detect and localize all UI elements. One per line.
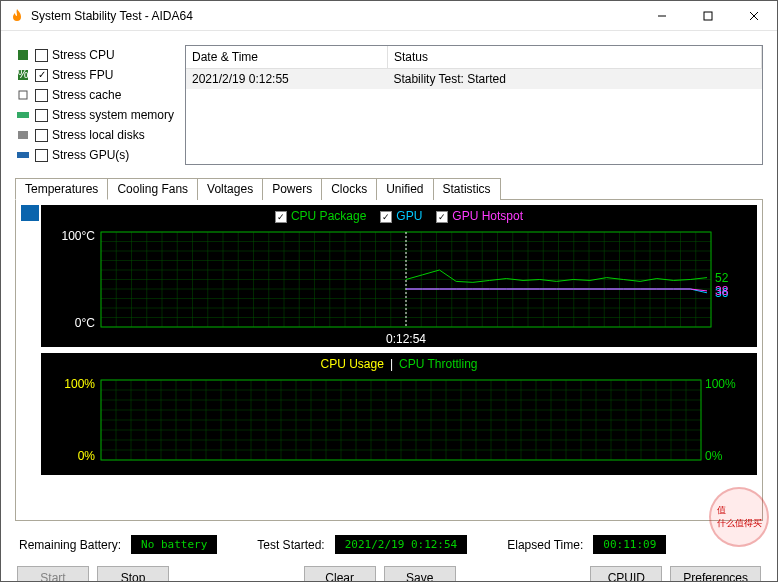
tab-voltages[interactable]: Voltages [197, 178, 263, 200]
label: Stress cache [52, 88, 121, 102]
col-status[interactable]: Status [387, 46, 761, 68]
svg-text:0%: 0% [705, 449, 723, 463]
col-datetime[interactable]: Date & Time [186, 46, 387, 68]
legend-hotspot[interactable]: GPU Hotspot [436, 209, 523, 223]
start-button[interactable]: Start [17, 566, 89, 582]
checkbox[interactable] [35, 69, 48, 82]
tab-cooling[interactable]: Cooling Fans [107, 178, 198, 200]
checkbox[interactable] [35, 129, 48, 142]
cpuid-button[interactable]: CPUID [590, 566, 662, 582]
legend-throttling: CPU Throttling [399, 357, 477, 371]
tab-unified[interactable]: Unified [376, 178, 433, 200]
event-log[interactable]: Date & TimeStatus 2021/2/19 0:12:55Stabi… [185, 45, 763, 165]
checkbox[interactable] [35, 149, 48, 162]
fpu-icon: % [15, 67, 31, 83]
svg-rect-8 [17, 112, 29, 118]
cache-icon [15, 87, 31, 103]
battery-value: No battery [131, 535, 217, 554]
svg-rect-9 [18, 131, 28, 139]
label: Stress local disks [52, 128, 145, 142]
log-row[interactable]: 2021/2/19 0:12:55Stability Test: Started [186, 68, 762, 89]
svg-text:0%: 0% [78, 449, 96, 463]
svg-rect-10 [17, 152, 29, 158]
svg-text:52: 52 [715, 271, 729, 285]
elapsed-value: 00:11:09 [593, 535, 666, 554]
maximize-button[interactable] [685, 1, 731, 31]
legend-usage: CPU Usage [321, 357, 384, 371]
disk-icon [15, 127, 31, 143]
usage-chart: CPU Usage|CPU Throttling 100%0%100%0% [41, 353, 757, 475]
button-row: Start Stop Clear Save CPUID Preferences [15, 566, 763, 582]
preferences-button[interactable]: Preferences [670, 566, 761, 582]
close-button[interactable] [731, 1, 777, 31]
tab-temperatures[interactable]: Temperatures [15, 178, 108, 200]
svg-text:0°C: 0°C [75, 316, 95, 330]
svg-text:100%: 100% [705, 377, 736, 391]
stress-mem[interactable]: Stress system memory [15, 105, 175, 125]
save-button[interactable]: Save [384, 566, 456, 582]
svg-rect-4 [18, 50, 28, 60]
stress-disk[interactable]: Stress local disks [15, 125, 175, 145]
stress-cpu[interactable]: Stress CPU [15, 45, 175, 65]
svg-text:%: % [18, 68, 29, 81]
status-bar: Remaining Battery: No battery Test Start… [15, 535, 763, 554]
tab-bar: Temperatures Cooling Fans Voltages Power… [15, 177, 763, 200]
gpu-icon [15, 147, 31, 163]
checkbox[interactable] [35, 109, 48, 122]
stop-button[interactable]: Stop [97, 566, 169, 582]
memory-icon [15, 107, 31, 123]
legend-cpu[interactable]: CPU Package [275, 209, 366, 223]
stress-cache[interactable]: Stress cache [15, 85, 175, 105]
tab-clocks[interactable]: Clocks [321, 178, 377, 200]
tab-statistics[interactable]: Statistics [433, 178, 501, 200]
tab-powers[interactable]: Powers [262, 178, 322, 200]
tab-panel: CPU Package GPU GPU Hotspot 100°C0°C0:12… [15, 200, 763, 521]
sensor-select-strip[interactable] [21, 205, 39, 515]
battery-label: Remaining Battery: [19, 538, 121, 552]
stress-options: Stress CPU %Stress FPU Stress cache Stre… [15, 45, 175, 165]
window-title: System Stability Test - AIDA64 [31, 9, 639, 23]
app-icon [9, 8, 25, 24]
chart-canvas: 100%0%100%0% [41, 375, 741, 475]
chart-canvas: 100°C0°C0:12:54523638 [41, 227, 741, 347]
stress-gpu[interactable]: Stress GPU(s) [15, 145, 175, 165]
checkbox[interactable] [35, 89, 48, 102]
svg-text:100°C: 100°C [62, 229, 96, 243]
clear-button[interactable]: Clear [304, 566, 376, 582]
label: Stress FPU [52, 68, 113, 82]
titlebar: System Stability Test - AIDA64 [1, 1, 777, 31]
cpu-icon [15, 47, 31, 63]
minimize-button[interactable] [639, 1, 685, 31]
legend-gpu[interactable]: GPU [380, 209, 422, 223]
svg-text:100%: 100% [64, 377, 95, 391]
stress-fpu[interactable]: %Stress FPU [15, 65, 175, 85]
label: Stress system memory [52, 108, 174, 122]
started-value: 2021/2/19 0:12:54 [335, 535, 468, 554]
svg-text:0:12:54: 0:12:54 [386, 332, 426, 346]
svg-rect-1 [704, 12, 712, 20]
label: Stress CPU [52, 48, 115, 62]
svg-text:38: 38 [715, 284, 729, 298]
label: Stress GPU(s) [52, 148, 129, 162]
temperature-chart: CPU Package GPU GPU Hotspot 100°C0°C0:12… [41, 205, 757, 347]
checkbox[interactable] [35, 49, 48, 62]
started-label: Test Started: [257, 538, 324, 552]
svg-rect-7 [19, 91, 27, 99]
elapsed-label: Elapsed Time: [507, 538, 583, 552]
